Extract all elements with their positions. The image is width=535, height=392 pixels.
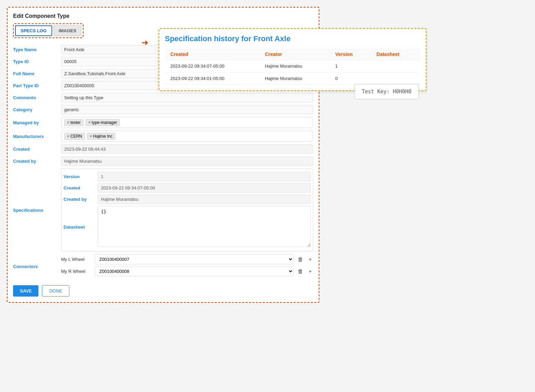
specs-version-input [98, 172, 311, 181]
history-col-version: Version [330, 49, 371, 60]
connector-1-select[interactable]: Z00100400008 [95, 266, 294, 276]
popup-title-prefix: Specification history for [165, 34, 253, 43]
history-col-created: Created [165, 49, 259, 60]
comments-input[interactable] [61, 93, 313, 102]
tag-tester-remove[interactable]: × [67, 120, 69, 125]
history-col-datasheet: Datasheet [371, 49, 420, 60]
specs-created-by-value [98, 194, 311, 205]
connectors-value: My L Wheel Z00100400007 🗑 + My R Wheel Z… [61, 253, 313, 280]
specifications-value: Version Created Created by Datasheet {} [61, 167, 313, 253]
specs-version-label: Version [64, 172, 98, 181]
tabs-row: SPECS LOG IMAGES [13, 23, 83, 38]
connector-1-name: My R Wheel [61, 269, 92, 274]
managed-by-label: Managed by [13, 117, 61, 128]
specs-history-popup: Specification history for Front Axle Cre… [159, 28, 426, 91]
full-name-label: Full Name [13, 68, 61, 79]
history-table: Created Creator Version Datasheet 2023-0… [165, 49, 420, 85]
done-button[interactable]: DONE [42, 285, 69, 297]
history-row-1-version: 0 [330, 72, 371, 85]
specs-section: Version Created Created by Datasheet {} [61, 169, 313, 252]
history-table-header-row: Created Creator Version Datasheet [165, 49, 420, 60]
tag-cern[interactable]: × CERN [64, 133, 85, 140]
tag-type-manager-remove[interactable]: × [88, 120, 91, 125]
tag-type-manager-label: type-manager [92, 120, 117, 125]
connector-0-add-btn[interactable]: + [307, 256, 313, 263]
edit-component-form: Edit Component Type SPECS LOG IMAGES ➜ T… [7, 7, 319, 303]
connector-row-0: My L Wheel Z00100400007 🗑 + [61, 254, 313, 264]
connectors-label: Connectors [13, 261, 61, 272]
type-name-label: Type Name [13, 44, 61, 55]
specs-created-input [98, 183, 311, 193]
comments-value [61, 92, 313, 104]
specs-created-by-label: Created by [64, 195, 98, 204]
tag-tester[interactable]: × tester [64, 119, 83, 126]
comments-label: Comments [13, 92, 61, 103]
manufacturers-tags[interactable]: × CERN × Hajime Inc [61, 131, 313, 142]
history-row-0[interactable]: 2023-09-22 09:34:07-05:00 Hajime Muramat… [165, 60, 420, 72]
tag-cern-remove[interactable]: × [67, 134, 69, 139]
tag-hajime-inc-label: Hajime Inc [93, 134, 113, 139]
specifications-label: Specifications [13, 205, 61, 216]
history-row-0-created: 2023-09-22 09:34:07-05:00 [165, 60, 259, 72]
created-input [61, 145, 313, 154]
connector-0-name: My L Wheel [61, 257, 92, 262]
history-row-0-creator: Hajime Muramatsu [259, 60, 330, 72]
created-value [61, 143, 313, 155]
tab-images[interactable]: IMAGES [54, 25, 81, 36]
specs-created-by-input [98, 195, 311, 204]
history-row-0-datasheet [371, 60, 420, 72]
page-title: Edit Component Type [13, 13, 313, 19]
test-key-badge: Test Key: H0H0H0 [354, 84, 419, 100]
created-by-value [61, 155, 313, 167]
popup-title: Specification history for Front Axle [165, 34, 420, 43]
specs-version-value [98, 171, 311, 182]
connector-1-add-btn[interactable]: + [307, 268, 313, 275]
created-by-label: Created by [13, 156, 61, 166]
connector-1-delete-btn[interactable]: 🗑 [296, 268, 305, 275]
created-label: Created [13, 144, 61, 154]
tag-type-manager[interactable]: × type-manager [86, 119, 120, 126]
connector-0-delete-btn[interactable]: 🗑 [296, 256, 305, 263]
category-input[interactable] [61, 105, 313, 114]
connector-row-1: My R Wheel Z00100400008 🗑 + [61, 266, 313, 276]
specs-created-value [98, 182, 311, 194]
arrow-indicator: ➜ [141, 38, 148, 47]
manufacturers-value: × CERN × Hajime Inc [61, 129, 313, 143]
specs-datasheet-textarea[interactable]: {} [98, 206, 311, 247]
history-row-0-version: 1 [330, 60, 371, 72]
managed-by-tags[interactable]: × tester × type-manager [61, 117, 313, 128]
manufacturers-label: Manufacturers [13, 131, 61, 142]
action-buttons: SAVE DONE [13, 285, 313, 297]
popup-title-name: Front Axle [253, 34, 291, 43]
created-by-input [61, 157, 313, 166]
history-row-1-datasheet [371, 72, 420, 85]
save-button[interactable]: SAVE [13, 285, 38, 297]
specs-datasheet-label: Datasheet [64, 223, 98, 231]
tag-cern-label: CERN [70, 134, 82, 139]
connector-0-select[interactable]: Z00100400007 [95, 254, 294, 264]
specs-datasheet-value: {} [98, 205, 311, 249]
history-row-1-created: 2023-09-22 09:34:01-05:00 [165, 72, 259, 85]
history-row-1[interactable]: 2023-09-22 09:34:01-05:00 Hajime Muramat… [165, 72, 420, 85]
tag-tester-label: tester [70, 120, 81, 125]
specs-created-label: Created [64, 184, 98, 192]
tab-specs-log[interactable]: SPECS LOG [15, 25, 52, 36]
tag-hajime-inc-remove[interactable]: × [90, 134, 92, 139]
category-value [61, 104, 313, 116]
history-row-1-creator: Hajime Muramatsu [259, 72, 330, 85]
type-id-label: Type ID [13, 56, 61, 67]
managed-by-value: × tester × type-manager [61, 116, 313, 129]
tag-hajime-inc[interactable]: × Hajime Inc [87, 133, 115, 140]
history-col-creator: Creator [259, 49, 330, 60]
part-type-id-label: Part Type ID [13, 80, 61, 91]
category-label: Category [13, 104, 61, 115]
